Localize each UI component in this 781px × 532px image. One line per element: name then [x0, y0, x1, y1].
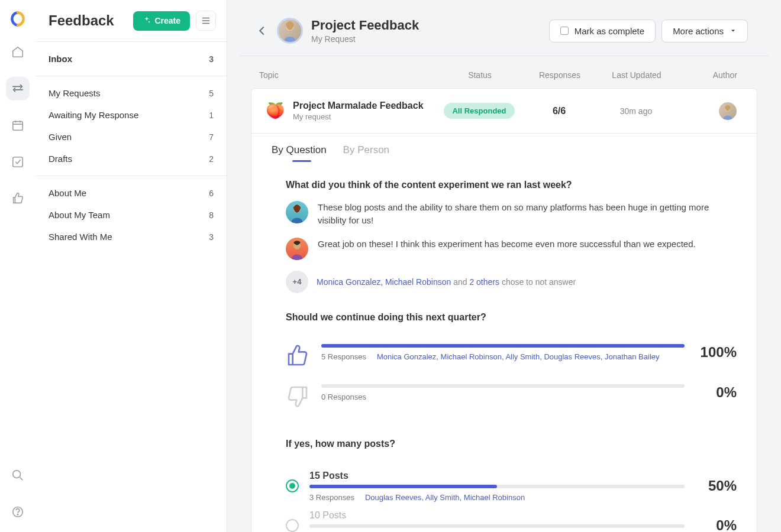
- others-text: Monica Gonzalez, Michael Robinson and 2 …: [317, 277, 576, 287]
- vote-bar: [321, 344, 685, 348]
- person-link[interactable]: Michael Robinson: [385, 277, 451, 287]
- non-responders-row: +4 Monica Gonzalez, Michael Robinson and…: [286, 271, 737, 293]
- radio-icon[interactable]: [286, 519, 299, 532]
- sidebar-item-about-team[interactable]: About My Team 8: [36, 204, 227, 226]
- sidebar-section-inbox: Inbox 3: [36, 42, 227, 76]
- person-link[interactable]: Monica Gonzalez,: [317, 277, 383, 287]
- sidebar-section-mine: My Requests 5 Awaiting My Response 1 Giv…: [36, 76, 227, 176]
- create-button[interactable]: Create: [133, 11, 190, 31]
- home-icon[interactable]: [6, 40, 30, 64]
- author-avatar-small: [719, 102, 737, 120]
- vote-percentage: 0%: [695, 384, 737, 401]
- th-updated: Last Updated: [595, 70, 678, 80]
- thumbs-up-icon: [286, 344, 311, 370]
- feedback-icon[interactable]: [6, 77, 30, 100]
- tab-by-question[interactable]: By Question: [272, 144, 327, 161]
- topic-subtitle: My request: [293, 112, 424, 121]
- mark-complete-label: Mark as complete: [575, 26, 644, 36]
- vote-percentage: 0%: [695, 517, 737, 532]
- more-actions-label: More actions: [673, 26, 724, 36]
- help-icon[interactable]: [6, 500, 30, 524]
- page-title: Project Feedback: [311, 18, 419, 33]
- sidebar-item-count: 6: [209, 189, 214, 198]
- back-arrow-icon[interactable]: [256, 24, 269, 37]
- checkbox-icon[interactable]: [6, 150, 30, 174]
- th-status: Status: [435, 70, 524, 80]
- sidebar-item-count: 7: [209, 132, 214, 142]
- sidebar-item-count: 1: [209, 111, 214, 120]
- option-label: 15 Posts: [309, 471, 685, 481]
- search-icon[interactable]: [6, 463, 30, 487]
- sidebar-item-count: 2: [209, 154, 214, 164]
- respondent-avatar: [286, 201, 308, 223]
- question-title: If yes, how many posts?: [286, 439, 737, 449]
- checkbox-icon: [560, 27, 569, 35]
- response-row: These blog posts and the ability to shar…: [286, 201, 737, 227]
- option-row-15: 15 Posts 3 Responses Douglas Reeves, All…: [286, 471, 737, 502]
- sidebar-title: Feedback: [49, 12, 114, 29]
- sidebar: Feedback Create Inbox 3 My Requests 5 Aw…: [36, 0, 227, 532]
- question-block-1: What did you think of the content experi…: [251, 161, 757, 293]
- sidebar-section-about: About Me 6 About My Team 8 Shared With M…: [36, 176, 227, 254]
- sidebar-item-count: 8: [209, 210, 214, 220]
- respondent-avatar: [286, 238, 308, 260]
- sidebar-item-about-me[interactable]: About Me 6: [36, 182, 227, 204]
- sidebar-item-label: Shared With Me: [49, 232, 112, 242]
- feedback-card: 🍑 Project Marmalade Feedback My request …: [251, 88, 757, 532]
- more-actions-button[interactable]: More actions: [661, 20, 748, 43]
- response-row: Great job on these! I think this experim…: [286, 238, 737, 260]
- voter-links[interactable]: Douglas Reeves, Ally Smith, Michael Robi…: [365, 493, 525, 502]
- page-header: Project Feedback My Request Mark as comp…: [239, 0, 769, 56]
- vote-count: 0 Responses: [321, 392, 366, 401]
- responses-value: 6/6: [524, 106, 595, 116]
- mark-complete-button[interactable]: Mark as complete: [549, 20, 656, 43]
- sidebar-item-my-requests[interactable]: My Requests 5: [36, 82, 227, 104]
- tabs: By Question By Person: [251, 134, 757, 161]
- radio-selected-icon[interactable]: [286, 479, 299, 492]
- sparkle-icon: [143, 16, 151, 26]
- sidebar-item-given[interactable]: Given 7: [36, 126, 227, 148]
- sidebar-item-drafts[interactable]: Drafts 2: [36, 148, 227, 170]
- sidebar-item-label: Inbox: [49, 54, 72, 64]
- question-block-3: If yes, how many posts?: [251, 424, 757, 449]
- th-topic: Topic: [259, 70, 435, 80]
- response-text: Great job on these! I think this experim…: [318, 238, 696, 260]
- vote-count: 3 Responses: [309, 493, 354, 502]
- response-text: These blog posts and the ability to shar…: [318, 201, 732, 227]
- option-block: 15 Posts 3 Responses Douglas Reeves, All…: [251, 460, 757, 533]
- question-title: Should we continue doing this next quart…: [286, 312, 737, 323]
- menu-toggle-icon[interactable]: [196, 11, 216, 31]
- sidebar-item-awaiting[interactable]: Awaiting My Response 1: [36, 104, 227, 126]
- sidebar-item-count: 5: [209, 89, 214, 98]
- author-avatar: [277, 18, 303, 44]
- calendar-icon[interactable]: [6, 113, 30, 137]
- tab-by-person[interactable]: By Person: [343, 144, 389, 161]
- sidebar-item-label: About My Team: [49, 210, 110, 220]
- feedback-summary-row: 🍑 Project Marmalade Feedback My request …: [251, 89, 757, 134]
- thumbs-down-icon: [286, 384, 311, 410]
- sidebar-item-label: My Requests: [49, 88, 101, 98]
- updated-value: 30m ago: [595, 106, 677, 116]
- others-link[interactable]: 2 others: [469, 277, 499, 287]
- topic-emoji-icon: 🍑: [266, 102, 285, 120]
- vote-row-yes: 5 Responses Monica Gonzalez, Michael Rob…: [286, 344, 737, 370]
- option-row-10: 10 Posts 0 Responses 0%: [286, 510, 737, 533]
- vote-bar: [309, 485, 685, 488]
- vote-bar: [321, 384, 685, 388]
- chevron-down-icon: [730, 26, 737, 36]
- vote-percentage: 50%: [695, 478, 737, 494]
- sidebar-item-inbox[interactable]: Inbox 3: [36, 48, 227, 70]
- sidebar-header: Feedback Create: [36, 0, 227, 42]
- voter-links[interactable]: Monica Gonzalez, Michael Robinson, Ally …: [377, 352, 660, 361]
- topic-title: Project Marmalade Feedback: [293, 100, 424, 111]
- svg-rect-0: [13, 122, 23, 131]
- thumbs-up-icon[interactable]: [6, 187, 30, 210]
- th-responses: Responses: [524, 70, 595, 80]
- sidebar-item-label: Drafts: [49, 154, 72, 164]
- others-count-badge: +4: [286, 271, 308, 293]
- svg-point-4: [17, 514, 18, 515]
- sidebar-item-shared[interactable]: Shared With Me 3: [36, 226, 227, 248]
- sidebar-item-label: Given: [49, 132, 72, 142]
- vote-bar: [309, 524, 685, 528]
- question-block-2: Should we continue doing this next quart…: [251, 293, 757, 323]
